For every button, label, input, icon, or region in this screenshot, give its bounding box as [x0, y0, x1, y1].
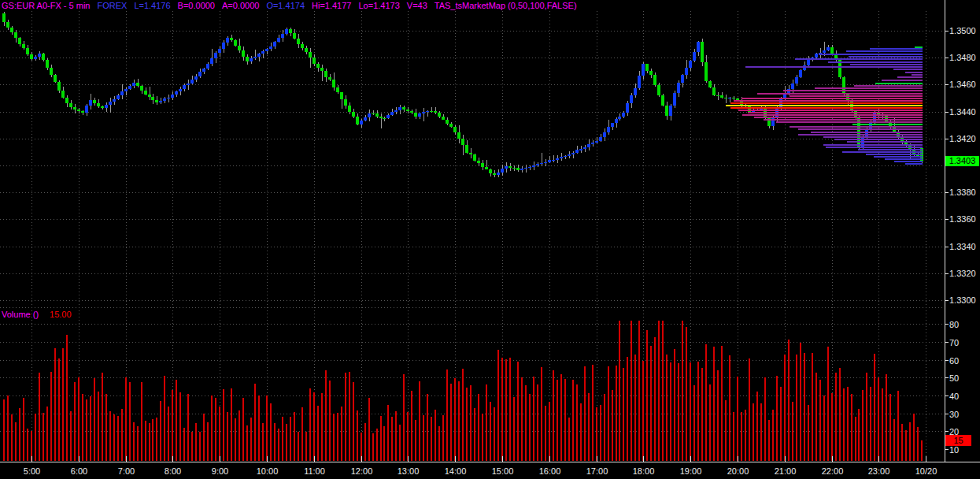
status-segment: TAS_tsMarketMap (0,50,100,FALSE): [435, 1, 577, 10]
time-tick-label: 19:00: [680, 466, 702, 476]
status-segment: L=1.4176: [134, 1, 170, 10]
price-pane[interactable]: [0, 11, 945, 304]
volume-indicator-value: 15.00: [50, 310, 72, 319]
price-tick-label: 1.3300: [949, 295, 976, 305]
time-tick-label: 6:00: [71, 466, 87, 476]
time-tick-label: 10:00: [257, 466, 279, 476]
time-tick-label: 15:00: [492, 466, 514, 476]
price-tick-label: 1.3340: [949, 242, 976, 251]
time-axis-line: [0, 462, 980, 462]
last-price-badge: 1.3403: [945, 156, 979, 166]
status-segment: A=0.0000: [222, 1, 259, 10]
status-segment: Lo=1.4173: [358, 1, 399, 10]
status-segment: O=1.4174: [266, 1, 305, 10]
time-tick-label: 18:00: [633, 466, 655, 476]
time-tick-label: 12:00: [351, 466, 373, 476]
volume-tick-label: 40: [949, 392, 959, 401]
price-tick-label: 1.3420: [949, 134, 976, 143]
chart-canvas: 1.35001.34801.34601.34401.34201.33801.33…: [0, 0, 980, 479]
price-axis-line: [945, 0, 945, 462]
status-segment: Hi=1.4177: [312, 1, 351, 10]
price-tick-label: 1.3500: [949, 26, 976, 35]
time-tick-label: 10/20: [915, 466, 937, 476]
time-tick-label: 22:00: [822, 466, 844, 476]
price-tick-label: 1.3460: [949, 80, 976, 89]
time-tick-label: 7:00: [118, 466, 135, 476]
trading-chart-window: GS:EUR A0-FX - 5 minFOREXL=1.4176B=0.000…: [0, 0, 980, 479]
status-segment: V=43: [407, 1, 427, 10]
time-tick-label: 21:00: [775, 466, 797, 476]
time-tick-label: 5:00: [24, 466, 40, 476]
time-tick-label: 23:00: [868, 466, 890, 476]
volume-indicator-legend: Volume ()15.00: [2, 310, 72, 319]
time-tick-label: 17:00: [586, 466, 608, 476]
status-segment: GS:EUR A0-FX - 5 min: [2, 1, 90, 10]
volume-tick-label: 80: [949, 320, 959, 329]
price-tick-label: 1.3480: [949, 53, 976, 62]
time-tick-label: 11:00: [304, 466, 325, 476]
volume-tick-label: 50: [949, 373, 959, 383]
volume-tick-label: 60: [949, 356, 959, 366]
time-tick-label: 9:00: [212, 466, 228, 476]
price-tick-label: 1.3320: [949, 269, 976, 278]
price-tick-label: 1.3440: [949, 107, 976, 117]
volume-pane[interactable]: [0, 307, 945, 461]
volume-indicator-label: Volume (): [2, 310, 39, 319]
price-tick-label: 1.3360: [949, 214, 976, 224]
time-tick-label: 16:00: [539, 466, 561, 476]
status-segment: B=0.0000: [178, 1, 215, 10]
time-tick-label: 13:00: [398, 466, 420, 476]
last-volume-badge: 15: [945, 435, 971, 446]
time-tick-label: 20:00: [727, 466, 749, 476]
volume-tick-label: 30: [949, 410, 959, 419]
chart-status-line: GS:EUR A0-FX - 5 minFOREXL=1.4176B=0.000…: [2, 1, 584, 10]
time-tick-label: 8:00: [165, 466, 181, 476]
price-tick-label: 1.3380: [949, 188, 976, 197]
time-tick-label: 14:00: [445, 466, 467, 476]
volume-tick-label: 70: [949, 338, 959, 347]
volume-tick-label: 10: [949, 445, 959, 455]
status-segment: FOREX: [97, 1, 127, 10]
